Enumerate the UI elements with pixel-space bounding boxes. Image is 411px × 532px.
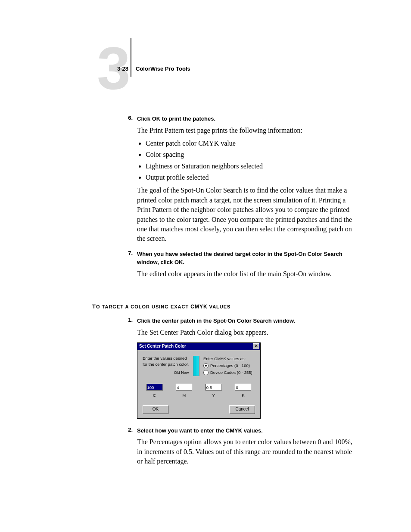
radio-percentages[interactable]: Percentages (0 - 100) <box>203 362 255 369</box>
section-divider <box>92 291 358 291</box>
cyan-label: C <box>143 392 166 398</box>
bullet-list: Center patch color CMYK value Color spac… <box>137 138 358 184</box>
step-paragraph: The goal of the Spot-On Color Search is … <box>137 186 358 243</box>
step-number: 1. <box>65 317 137 419</box>
close-icon[interactable]: ✕ <box>253 343 259 349</box>
page-number: 3-28 <box>117 65 128 72</box>
step-number: 7. <box>65 250 137 279</box>
radio-device-codes[interactable]: Device Codes (0 - 255) <box>203 369 255 376</box>
header-divider <box>131 38 131 77</box>
cancel-button[interactable]: Cancel <box>229 405 255 414</box>
bullet-item: Output profile selected <box>146 172 358 183</box>
step-paragraph: The Print Pattern test page prints the f… <box>137 126 358 135</box>
bullet-item: Center patch color CMYK value <box>146 138 358 149</box>
step-number: 2. <box>65 426 137 467</box>
section-heading: TO TARGET A COLOR USING EXACT CMYK VALUE… <box>92 303 358 310</box>
cyan-input[interactable] <box>146 384 163 391</box>
step-instruction: Click the center patch in the Spot-On Co… <box>137 317 358 325</box>
magenta-input[interactable] <box>176 384 192 391</box>
yellow-input[interactable] <box>206 384 222 391</box>
running-title: ColorWise Pro Tools <box>136 65 190 72</box>
color-preview-swatch <box>190 355 202 376</box>
step-instruction: Click OK to print the patches. <box>137 115 358 123</box>
step-6: 6. Click OK to print the patches. The Pr… <box>65 115 358 244</box>
step-number: 6. <box>65 115 137 244</box>
step-paragraph: The Set Center Patch Color dialog box ap… <box>137 328 358 337</box>
ok-button[interactable]: OK <box>143 405 168 414</box>
step-2: 2. Select how you want to enter the CMYK… <box>65 426 358 467</box>
dialog-instruction: Enter the values desired for the center … <box>143 355 189 376</box>
black-input[interactable] <box>235 384 251 391</box>
dialog-titlebar: Set Center Patch Color ✕ <box>137 343 260 350</box>
step-paragraph: The Percentages option allows you to ent… <box>137 437 358 466</box>
radio-group-heading: Enter CMYK values as: <box>203 355 255 362</box>
step-1: 1. Click the center patch in the Spot-On… <box>65 317 358 419</box>
old-new-label: Old New <box>143 370 189 376</box>
black-label: K <box>231 392 255 398</box>
yellow-label: Y <box>202 392 225 398</box>
step-instruction: When you have selected the desired targe… <box>137 250 358 267</box>
magenta-label: M <box>172 392 196 398</box>
bullet-item: Lightness or Saturation neighbors select… <box>146 161 358 172</box>
step-7: 7. When you have selected the desired ta… <box>65 250 358 279</box>
step-paragraph: The edited color appears in the color li… <box>137 269 358 279</box>
dialog-set-center-patch-color: Set Center Patch Color ✕ Enter the value… <box>137 342 261 419</box>
page-content: 6. Click OK to print the patches. The Pr… <box>65 111 358 466</box>
step-instruction: Select how you want to enter the CMYK va… <box>137 426 358 435</box>
dialog-title: Set Center Patch Color <box>139 343 186 350</box>
bullet-item: Color spacing <box>146 149 358 160</box>
